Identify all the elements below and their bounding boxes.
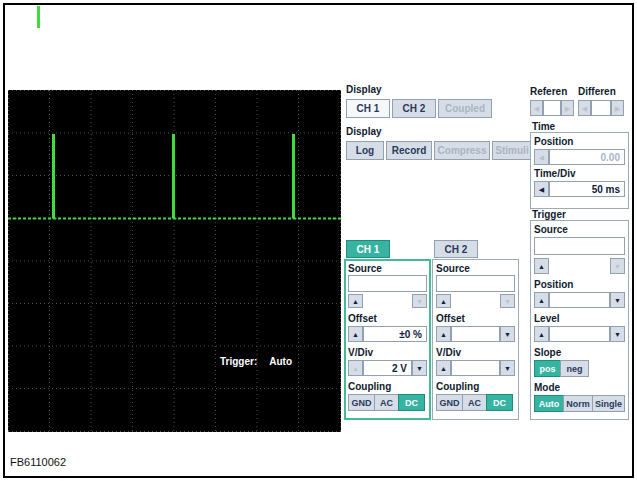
trigger-readout-value: Auto xyxy=(269,356,292,367)
ch1-coupling-ac-button[interactable]: AC xyxy=(374,394,399,411)
up-arrow-icon: ▲ xyxy=(538,263,545,270)
differential-label: Differen xyxy=(578,86,624,97)
left-arrow-icon: ◀ xyxy=(539,186,544,193)
time-panel: Position ◀ 0.00 Time/Div ◀ 50 ms xyxy=(530,132,629,209)
up-arrow-icon: ▲ xyxy=(352,365,359,372)
ch1-tab-button[interactable]: CH 1 xyxy=(346,240,390,258)
up-arrow-icon: ▲ xyxy=(352,331,359,338)
ch1-offset-value[interactable]: ±0 % xyxy=(363,326,427,342)
ch2-offset-down-button[interactable]: ▼ xyxy=(500,326,515,342)
trigger-position-down-button[interactable]: ▼ xyxy=(610,292,625,308)
down-arrow-icon: ▼ xyxy=(504,331,511,338)
ch2-offset-up-button[interactable]: ▲ xyxy=(436,326,451,342)
left-arrow-icon: ◀ xyxy=(582,105,587,112)
reference-right-button[interactable]: ▶ xyxy=(561,100,574,116)
reference-label: Referen xyxy=(530,86,574,97)
reference-section: Referen ◀ ▶ xyxy=(530,86,574,116)
ch2-coupling-dc-button[interactable]: DC xyxy=(486,394,513,411)
up-arrow-icon: ▲ xyxy=(440,298,447,305)
up-arrow-icon: ▲ xyxy=(440,331,447,338)
time-position-decrement-button[interactable]: ◀ xyxy=(534,149,549,165)
time-div-decrement-button[interactable]: ◀ xyxy=(534,181,549,197)
trigger-source-label: Source xyxy=(534,224,625,235)
ch1-vdiv-label: V/Div xyxy=(348,347,427,358)
trigger-position-up-button[interactable]: ▲ xyxy=(534,292,549,308)
left-arrow-icon: ◀ xyxy=(539,154,544,161)
display-modes-label: Display xyxy=(346,126,532,137)
ch1-vdiv-down-button[interactable]: ▼ xyxy=(412,360,427,376)
ch2-offset-label: Offset xyxy=(436,313,515,324)
trigger-source-dropdown[interactable] xyxy=(534,237,625,255)
ch1-vdiv-up-button[interactable]: ▲ xyxy=(348,360,363,376)
ch2-source-down-button[interactable]: ▼ xyxy=(500,294,515,308)
ch2-tab-button[interactable]: CH 2 xyxy=(434,240,478,258)
reference-value[interactable] xyxy=(543,100,561,116)
display-coupled-button[interactable]: Coupled xyxy=(438,99,492,118)
ch2-source-up-button[interactable]: ▲ xyxy=(436,294,451,308)
trigger-level-label: Level xyxy=(534,313,625,324)
down-arrow-icon: ▼ xyxy=(614,331,621,338)
ch2-coupling-label: Coupling xyxy=(436,381,515,392)
ch1-coupling-label: Coupling xyxy=(348,381,427,392)
time-position-value[interactable]: 0.00 xyxy=(549,149,625,165)
trigger-readout-label: Trigger: xyxy=(220,356,257,367)
display-record-button[interactable]: Record xyxy=(386,141,432,160)
ch2-vdiv-up-button[interactable]: ▲ xyxy=(436,360,451,376)
ch2-source-label: Source xyxy=(436,263,515,274)
up-arrow-icon: ▲ xyxy=(538,331,545,338)
ch2-vdiv-down-button[interactable]: ▼ xyxy=(500,360,515,376)
mode-norm-button[interactable]: Norm xyxy=(563,395,593,412)
mode-auto-button[interactable]: Auto xyxy=(534,395,564,412)
down-arrow-icon: ▼ xyxy=(416,298,423,305)
trigger-source-up-button[interactable]: ▲ xyxy=(534,258,549,274)
mode-single-button[interactable]: Single xyxy=(592,395,625,412)
figure-id: FB6110062 xyxy=(10,456,66,468)
time-div-value[interactable]: 50 ms xyxy=(549,181,625,197)
ch2-vdiv-label: V/Div xyxy=(436,347,515,358)
differential-section: Differen ◀ ▶ xyxy=(578,86,624,116)
ch1-panel: Source ▲ ▼ Offset ▲ ±0 % V/Div ▲ 2 V ▼ C… xyxy=(344,259,431,420)
ch2-offset-value[interactable] xyxy=(451,326,500,342)
ch2-coupling-ac-button[interactable]: AC xyxy=(462,394,487,411)
reference-left-button[interactable]: ◀ xyxy=(530,100,543,116)
down-arrow-icon: ▼ xyxy=(416,365,423,372)
ch1-vdiv-value[interactable]: 2 V xyxy=(363,360,412,376)
time-label: Time xyxy=(532,121,555,132)
slope-neg-button[interactable]: neg xyxy=(560,360,589,377)
trigger-source-down-button[interactable]: ▼ xyxy=(610,258,625,274)
ch2-source-dropdown[interactable] xyxy=(436,275,515,292)
trigger-mode-label: Mode xyxy=(534,382,625,393)
differential-value[interactable] xyxy=(591,100,611,116)
trigger-level-down-button[interactable]: ▼ xyxy=(610,326,625,342)
right-arrow-icon: ▶ xyxy=(565,105,570,112)
slope-pos-button[interactable]: pos xyxy=(534,360,561,377)
display-ch1-button[interactable]: CH 1 xyxy=(346,99,390,118)
ch1-source-dropdown[interactable] xyxy=(348,275,427,292)
display-log-button[interactable]: Log xyxy=(346,141,384,160)
trigger-readout: Trigger: Auto xyxy=(220,356,292,367)
differential-right-button[interactable]: ▶ xyxy=(611,100,624,116)
ch1-coupling-dc-button[interactable]: DC xyxy=(398,394,425,411)
display-ch2-button[interactable]: CH 2 xyxy=(392,99,436,118)
differential-left-button[interactable]: ◀ xyxy=(578,100,591,116)
ch1-source-up-button[interactable]: ▲ xyxy=(348,294,363,308)
ch1-coupling-gnd-button[interactable]: GND xyxy=(348,394,375,411)
trigger-position-value[interactable] xyxy=(549,292,610,308)
up-arrow-icon: ▲ xyxy=(440,365,447,372)
trigger-level-up-button[interactable]: ▲ xyxy=(534,326,549,342)
ch2-vdiv-value[interactable] xyxy=(451,360,500,376)
ch2-coupling-gnd-button[interactable]: GND xyxy=(436,394,463,411)
display-compress-button[interactable]: Compress xyxy=(434,141,490,160)
down-arrow-icon: ▼ xyxy=(614,263,621,270)
ch1-source-label: Source xyxy=(348,263,427,274)
trigger-level-value[interactable] xyxy=(549,326,610,342)
down-arrow-icon: ▼ xyxy=(504,298,511,305)
time-position-label: Position xyxy=(534,136,625,147)
display-channels-section: Display CH 1 CH 2 Coupled xyxy=(346,84,492,118)
display-stimuli-button[interactable]: Stimuli xyxy=(492,141,532,160)
ch1-source-down-button[interactable]: ▼ xyxy=(412,294,427,308)
pulse-artifact xyxy=(37,6,40,28)
oscilloscope-display: Trigger: Auto xyxy=(8,90,341,432)
ch1-offset-up-button[interactable]: ▲ xyxy=(348,326,363,342)
up-arrow-icon: ▲ xyxy=(538,297,545,304)
